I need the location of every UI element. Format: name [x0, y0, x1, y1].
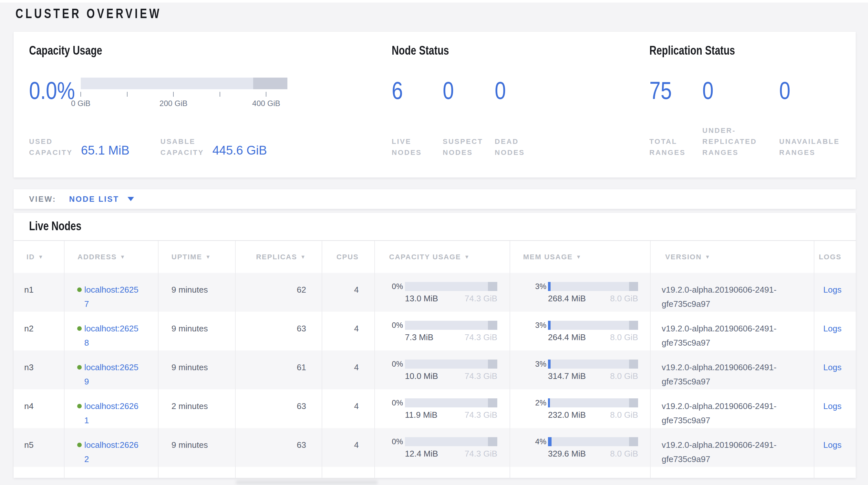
mem-usage-cell: 3% 268.4 MiB 8.0 GiB	[510, 273, 651, 312]
node-live-status-icon	[77, 287, 82, 292]
node-logs-cell: Logs	[814, 389, 856, 428]
capacity-percent-value: 0.0%	[29, 78, 71, 104]
capacity-bar-reserved-segment	[488, 437, 497, 446]
node-replicas-cell: 63	[236, 389, 322, 428]
capacity-usage-cell: 0% 10.0 MiB 74.3 GiB	[375, 350, 510, 389]
mem-percent-label: 4%	[534, 437, 547, 446]
gauge-tick-label: 400 GiB	[252, 99, 280, 108]
logs-link[interactable]: Logs	[824, 440, 841, 450]
mem-bar-reserved-segment	[629, 321, 638, 330]
logs-link[interactable]: Logs	[824, 324, 841, 333]
sort-caret-icon: ▼	[705, 254, 711, 260]
table-row: n5 localhost:26262 9 minutes 63 4 0% 12.…	[13, 428, 856, 467]
mem-used-value: 264.4 MiB	[548, 333, 586, 342]
column-header-logs: LOGS	[814, 241, 856, 273]
total-ranges-value: 75	[649, 78, 693, 104]
replication-status-title: Replication Status	[649, 44, 814, 58]
cluster-summary-card: Capacity Usage 0.0% 0 GiB200 GiB400 GiB …	[13, 32, 856, 177]
capacity-usage-section: Capacity Usage 0.0% 0 GiB200 GiB400 GiB …	[29, 44, 392, 158]
sort-caret-icon: ▼	[464, 254, 470, 260]
column-header-uptime[interactable]: UPTIME▼	[159, 241, 236, 273]
node-status-title: Node Status	[392, 44, 598, 58]
column-header-capacity-usage[interactable]: CAPACITY USAGE▼	[375, 241, 510, 273]
node-logs-cell: Logs	[814, 273, 856, 312]
used-capacity-value: 65.1 MiB	[81, 144, 129, 158]
node-address-cell: localhost:26262	[65, 428, 159, 467]
view-selector-dropdown[interactable]: NODE LIST	[69, 195, 134, 204]
mem-usage-cell: 2% 232.0 MiB 8.0 GiB	[510, 389, 651, 428]
column-header-id[interactable]: ID▼	[13, 241, 65, 273]
capacity-stats-row: USED CAPACITY 65.1 MiB USABLE CAPACITY 4…	[29, 136, 392, 158]
mem-total-value: 8.0 GiB	[610, 449, 638, 458]
capacity-used-value: 13.0 MiB	[405, 293, 438, 303]
mem-percent-label: 3%	[534, 282, 547, 291]
view-selected-value[interactable]: NODE LIST	[69, 195, 119, 204]
mem-used-value: 268.4 MiB	[548, 293, 586, 303]
mem-usage-cell: 3% 314.7 MiB 8.0 GiB	[510, 350, 651, 389]
node-address-cell: localhost:26257	[65, 273, 159, 312]
live-nodes-value: 6	[392, 78, 434, 104]
mem-usage-cell: 3% 264.4 MiB 8.0 GiB	[510, 312, 651, 350]
mem-usage-bar	[548, 437, 638, 446]
node-cpus-cell: 4	[322, 389, 375, 428]
node-cpus-cell: 4	[322, 312, 375, 350]
capacity-total-value: 74.3 GiB	[465, 410, 497, 420]
node-address-link[interactable]: localhost:26262	[84, 438, 138, 466]
column-header-mem-usage[interactable]: MEM USAGE▼	[510, 241, 651, 273]
capacity-percent-label: 0%	[390, 321, 403, 330]
replication-values: 75 0 0	[649, 78, 856, 104]
column-header-version[interactable]: VERSION▼	[651, 241, 814, 273]
node-replicas-cell: 62	[236, 273, 322, 312]
column-header-address[interactable]: ADDRESS▼	[65, 241, 159, 273]
mem-used-value: 329.6 MiB	[548, 449, 586, 458]
capacity-bar-reserved-segment	[488, 360, 497, 369]
table-row: n2 localhost:26258 9 minutes 63 4 0% 7.3…	[13, 312, 856, 350]
mem-total-value: 8.0 GiB	[610, 293, 638, 303]
sort-caret-icon: ▼	[206, 254, 211, 260]
node-version-cell: v19.2.0-alpha.20190606-2491-gfe735c9a97	[651, 350, 814, 389]
node-cpus-cell: 4	[322, 350, 375, 389]
mem-percent-label: 2%	[534, 398, 547, 407]
capacity-gauge: 0 GiB200 GiB400 GiB	[81, 78, 287, 104]
node-address-link[interactable]: localhost:26261	[84, 399, 138, 427]
column-header-cpus: CPUS	[322, 241, 375, 273]
mem-usage-bar	[548, 282, 638, 291]
unavailable-ranges-value: 0	[779, 78, 790, 104]
node-replicas-cell: 61	[236, 350, 322, 389]
node-id-cell: n5	[13, 428, 65, 467]
node-address-link[interactable]: localhost:26258	[84, 321, 138, 350]
live-nodes-title: Live Nodes	[29, 219, 690, 233]
table-row: n3 localhost:26259 9 minutes 61 4 0% 10.…	[13, 350, 856, 389]
gauge-tick	[220, 92, 220, 97]
logs-link[interactable]: Logs	[824, 401, 841, 411]
node-live-status-icon	[77, 404, 82, 408]
node-live-status-icon	[77, 365, 82, 370]
logs-link[interactable]: Logs	[824, 285, 841, 294]
mem-usage-bar	[548, 398, 638, 407]
usable-capacity-label: USABLE CAPACITY	[160, 136, 204, 158]
node-logs-cell: Logs	[814, 428, 856, 467]
node-id-cell: n4	[13, 389, 65, 428]
capacity-bar-reserved-segment	[488, 321, 497, 330]
capacity-usage-bar	[405, 282, 497, 291]
node-address-link[interactable]: localhost:26259	[84, 360, 138, 389]
node-live-status-icon	[77, 443, 82, 447]
total-ranges-label: TOTAL RANGES	[649, 136, 702, 158]
node-cpus-cell: 4	[322, 428, 375, 467]
logs-link[interactable]: Logs	[824, 363, 841, 372]
column-header-replicas[interactable]: REPLICAS▼	[236, 241, 322, 273]
node-version-cell: v19.2.0-alpha.20190606-2491-gfe735c9a97	[651, 428, 814, 467]
capacity-usage-bar	[405, 398, 497, 407]
mem-total-value: 8.0 GiB	[610, 371, 638, 381]
capacity-bar-reserved-segment	[488, 282, 497, 291]
replication-status-section: Replication Status 75 0 0 TOTAL RANGES U…	[649, 44, 856, 158]
capacity-gauge-dark-segment	[253, 78, 287, 89]
gauge-tick	[266, 92, 267, 97]
mem-used-value: 314.7 MiB	[548, 371, 586, 381]
mem-usage-bar	[548, 321, 638, 330]
node-uptime-cell: 9 minutes	[159, 428, 236, 467]
node-status-section: Node Status 6 0 0 LIVE NODES SUSPECT NOD…	[392, 44, 649, 158]
viewport-top-edge	[0, 0, 868, 3]
mem-total-value: 8.0 GiB	[610, 410, 638, 420]
node-address-link[interactable]: localhost:26257	[84, 283, 138, 311]
